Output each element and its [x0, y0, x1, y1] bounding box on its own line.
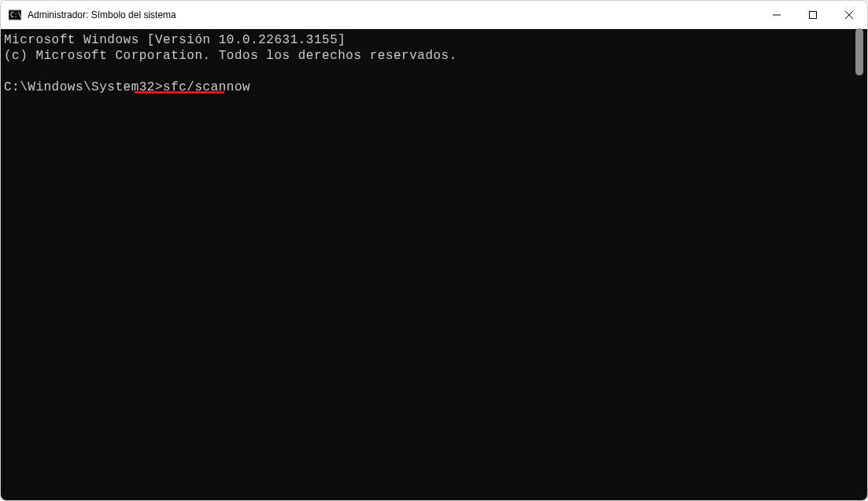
minimize-icon	[773, 11, 781, 19]
terminal-output-line: Microsoft Windows [Versión 10.0.22631.31…	[4, 32, 864, 48]
close-icon	[845, 11, 853, 19]
terminal-prompt-line: C:\Windows\System32>sfc/scannow	[4, 79, 864, 95]
cmd-window: C:\ Administrador: Símbolo del sistema	[0, 0, 868, 501]
maximize-icon	[809, 11, 817, 19]
window-controls	[759, 1, 867, 29]
close-button[interactable]	[831, 1, 867, 29]
terminal-blank-line	[4, 64, 864, 79]
svg-text:C:\: C:\	[10, 12, 21, 19]
window-title: Administrador: Símbolo del sistema	[28, 9, 176, 20]
terminal-output-line: (c) Microsoft Corporation. Todos los der…	[4, 48, 864, 64]
maximize-button[interactable]	[795, 1, 831, 29]
terminal-area[interactable]: Microsoft Windows [Versión 10.0.22631.31…	[1, 29, 867, 500]
red-underline-annotation	[135, 91, 224, 94]
titlebar[interactable]: C:\ Administrador: Símbolo del sistema	[1, 1, 867, 29]
titlebar-left: C:\ Administrador: Símbolo del sistema	[9, 9, 176, 21]
minimize-button[interactable]	[759, 1, 795, 29]
svg-rect-3	[810, 12, 817, 19]
cmd-icon: C:\	[9, 9, 21, 21]
scrollbar-thumb[interactable]	[855, 28, 863, 76]
